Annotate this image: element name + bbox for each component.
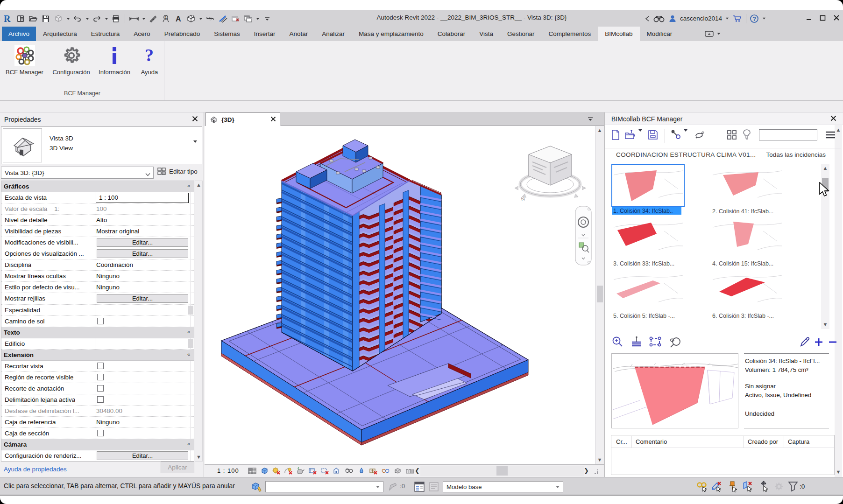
maximize-button[interactable]	[816, 10, 829, 25]
app-store-cart-icon[interactable]	[732, 14, 743, 23]
revit-logo-icon[interactable]: R	[3, 13, 13, 24]
hscroll-left-arrow[interactable]: ❮	[415, 467, 420, 474]
render-icon[interactable]	[296, 466, 305, 476]
drag-elements-icon[interactable]	[758, 480, 770, 492]
property-row[interactable]: Mostrar rejillas Editar...	[1, 293, 194, 304]
property-grid-scrollbar[interactable]: ▲ ▼	[195, 181, 203, 462]
hscroll-thumb[interactable]	[496, 466, 508, 476]
design-options-select[interactable]	[265, 481, 383, 492]
bcf-issue-filter[interactable]: Todas las incidencias	[766, 151, 826, 158]
worksharing-display-icon[interactable]	[405, 466, 414, 476]
select-links-icon[interactable]	[696, 480, 708, 492]
checkbox[interactable]	[97, 363, 104, 369]
property-row[interactable]: Caja de referencia Ninguno	[1, 417, 194, 428]
ayuda-button[interactable]: ? Ayuda	[135, 43, 163, 84]
edit-button[interactable]: Editar...	[97, 249, 188, 258]
remove-issue-icon[interactable]	[827, 336, 838, 348]
zoom-issue-icon[interactable]	[611, 336, 624, 349]
property-row[interactable]: Desfase de delimitación l... 30480.00	[1, 406, 194, 417]
issue-card[interactable]: 6. Colisión 3: IfcSlab -...	[711, 269, 783, 320]
section-issue-icon[interactable]	[630, 336, 643, 349]
property-row[interactable]: Caja de sección	[1, 428, 194, 439]
property-row[interactable]: Recortar vista	[1, 361, 194, 372]
issue-thumbnail[interactable]	[612, 217, 684, 259]
ribbon-tab-complementos[interactable]: Complementos	[541, 27, 598, 41]
edit-type-button[interactable]: Editar tipo	[157, 167, 198, 175]
visual-style-icon[interactable]	[272, 466, 281, 476]
filter-lamp-icon[interactable]	[739, 129, 755, 143]
save-icon[interactable]	[41, 13, 51, 24]
bcf-search-input[interactable]	[759, 129, 817, 140]
ribbon-tab-analizar[interactable]: Analizar	[315, 27, 352, 41]
worksets-dialog-icon[interactable]	[414, 481, 425, 492]
view-tab-close-icon[interactable]	[270, 116, 276, 123]
redo-dropdown[interactable]	[104, 13, 108, 24]
select-elements-by-face-icon[interactable]	[742, 480, 754, 492]
measure-icon[interactable]	[129, 13, 139, 24]
select-underlay-icon[interactable]	[711, 480, 723, 492]
property-value[interactable]: 30480.00	[96, 407, 189, 414]
property-row[interactable]: Modificaciones de visibili... Editar...	[1, 237, 194, 248]
section-collapse-icon[interactable]: «	[187, 183, 190, 189]
property-row[interactable]: Camino de sol	[1, 316, 194, 327]
issue-card[interactable]: 5. Colisión 5: IfcSlab -...	[612, 269, 684, 320]
switch-windows-icon[interactable]	[243, 13, 253, 24]
text-icon[interactable]: A	[173, 13, 184, 24]
configuracion-button[interactable]: Configuración	[49, 43, 93, 84]
undo-icon[interactable]	[72, 13, 83, 24]
phase-select[interactable]: Modelo base	[443, 481, 563, 492]
view-instance-select[interactable]: Vista 3D: {3D}	[1, 167, 154, 179]
print-icon[interactable]	[111, 13, 121, 24]
property-value[interactable]: Coordinación	[96, 261, 189, 268]
property-row[interactable]: Nivel de detalle Alto	[1, 215, 194, 226]
reveal-constraints-icon[interactable]	[381, 466, 390, 476]
ribbon-tab-sistemas[interactable]: Sistemas	[207, 27, 247, 41]
thumbnail-view-icon[interactable]	[725, 130, 739, 142]
property-section-header[interactable]: Texto «	[1, 327, 194, 338]
issue-card[interactable]: 3. Colisión 33: IfcSlab...	[612, 217, 684, 267]
close-hidden-windows-icon[interactable]	[230, 13, 241, 24]
edit-button[interactable]: Editar...	[97, 451, 188, 460]
zoom-selection-icon[interactable]	[668, 336, 682, 349]
open-bcf-dropdown[interactable]	[638, 132, 645, 140]
switch-windows-dropdown[interactable]	[255, 13, 260, 24]
redo-icon[interactable]	[92, 13, 102, 24]
connect-icon[interactable]	[669, 129, 684, 143]
col-author[interactable]: Creado por	[748, 438, 778, 445]
bcf-project-filter[interactable]: COORDINACION ESTRUCTURA CLIMA V01...	[616, 151, 756, 158]
add-issue-icon[interactable]	[813, 336, 824, 348]
issue-detail-image[interactable]	[611, 353, 738, 428]
property-row[interactable]: Especialidad	[1, 305, 194, 316]
reveal-hidden-icon[interactable]	[345, 466, 354, 476]
displacement-icon[interactable]	[393, 466, 402, 476]
minimize-button[interactable]	[802, 10, 816, 25]
home-sync-icon[interactable]	[53, 13, 64, 24]
navigation-bar[interactable]	[574, 205, 593, 266]
property-row[interactable]: Opciones de visualización ... Editar...	[1, 248, 194, 259]
ribbon-tab-estructura[interactable]: Estructura	[84, 27, 127, 41]
checkbox[interactable]	[97, 396, 104, 403]
ribbon-tab-colaborar[interactable]: Colaborar	[431, 27, 472, 41]
design-options-icon[interactable]	[250, 481, 262, 492]
property-row[interactable]: Región de recorte visible	[1, 372, 194, 383]
section-collapse-icon[interactable]: «	[187, 351, 190, 357]
ribbon-tab-vista[interactable]: Vista	[472, 27, 500, 41]
project-browser-icon[interactable]	[15, 13, 26, 24]
ribbon-tab-archivo[interactable]: Archivo	[2, 27, 36, 41]
section-icon[interactable]	[205, 13, 215, 24]
select-pinned-icon[interactable]	[727, 480, 739, 492]
scale-value-input[interactable]: 1 : 100	[96, 193, 189, 203]
property-row[interactable]: Valor de escala 1: 100	[1, 203, 194, 215]
open-bcf-icon[interactable]	[623, 129, 638, 142]
apply-button[interactable]: Aplicar	[161, 462, 194, 473]
model-canvas[interactable]: N	[205, 126, 595, 464]
new-issue-icon[interactable]	[609, 129, 623, 142]
property-row[interactable]: Disciplina Coordinación	[1, 259, 194, 271]
bcf-close-icon[interactable]	[830, 115, 836, 123]
property-section-header[interactable]: Extensión «	[1, 350, 194, 361]
ribbon-tab-prefabricado[interactable]: Prefabricado	[157, 27, 207, 41]
informacion-button[interactable]: Información	[93, 43, 135, 84]
view-tabs-menu-icon[interactable]	[587, 116, 594, 124]
resize-grip-icon[interactable]	[592, 468, 600, 475]
property-value[interactable]: Alto	[96, 217, 189, 224]
